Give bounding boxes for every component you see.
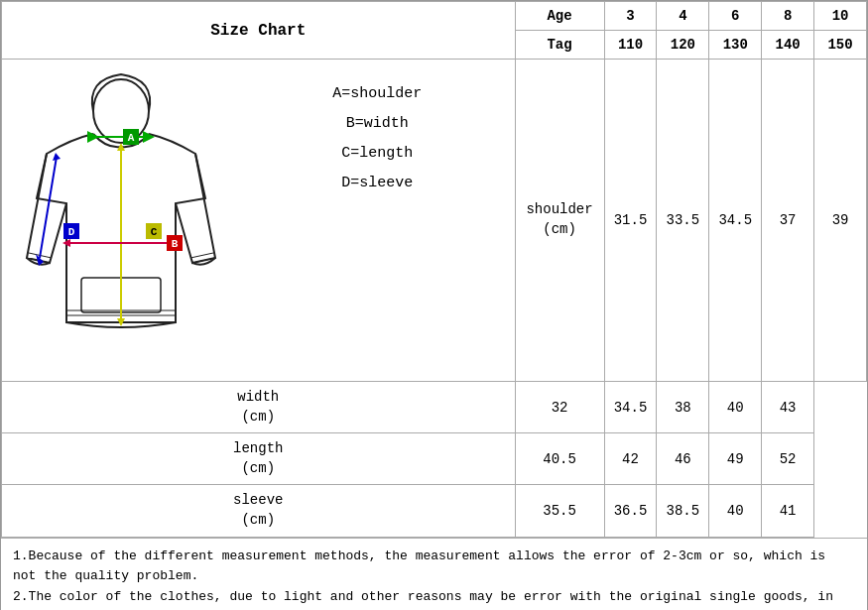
svg-point-0	[93, 79, 149, 143]
tag-140: 140	[762, 31, 814, 60]
note-1: 1.Because of the different measurement m…	[13, 547, 855, 588]
legend-item-1: B=width	[250, 109, 505, 139]
sleeve-3: 35.5	[515, 485, 604, 537]
svg-text:D: D	[68, 226, 75, 238]
age-8: 8	[762, 2, 814, 31]
notes-area: 1.Because of the different measurement m…	[1, 538, 867, 610]
title-text: Size Chart	[210, 22, 306, 40]
svg-text:B: B	[172, 238, 179, 250]
svg-text:C: C	[151, 226, 158, 238]
length-6: 46	[657, 433, 709, 485]
hoodie-diagram-cell: A C	[2, 60, 516, 382]
main-layout-table: Size Chart Age 3 4 6 8 10 Tag 110 120 13…	[1, 1, 867, 538]
hoodie-svg: A C	[12, 69, 230, 367]
tag-header: Tag	[515, 31, 604, 60]
sleeve-label: sleeve (cm)	[2, 485, 516, 537]
sleeve-6: 38.5	[657, 485, 709, 537]
age-4: 4	[657, 2, 709, 31]
note-2: 2.The color of the clothes, due to light…	[13, 587, 855, 610]
length-10: 52	[762, 433, 814, 485]
age-header: Age	[515, 2, 604, 31]
chart-title: Size Chart	[2, 2, 516, 60]
width-label: width (cm)	[2, 382, 516, 433]
age-10: 10	[814, 2, 867, 31]
svg-line-7	[190, 253, 213, 258]
width-10: 43	[762, 382, 814, 433]
length-8: 49	[709, 433, 762, 485]
shoulder-4: 33.5	[657, 60, 709, 382]
legend-item-2: C=length	[250, 139, 505, 169]
svg-text:A: A	[128, 132, 135, 144]
tag-110: 110	[604, 31, 657, 60]
length-3: 40.5	[515, 433, 604, 485]
legend-item-0: A=shoulder	[250, 79, 505, 109]
width-6: 38	[657, 382, 709, 433]
svg-marker-22	[53, 153, 61, 161]
length-label: length (cm)	[2, 433, 516, 485]
width-4: 34.5	[604, 382, 657, 433]
tag-120: 120	[657, 31, 709, 60]
shoulder-label: shoulder (cm)	[515, 60, 604, 382]
sleeve-4: 36.5	[604, 485, 657, 537]
sleeve-8: 40	[709, 485, 762, 537]
shoulder-8: 37	[762, 60, 814, 382]
hoodie-illustration: A C	[2, 60, 240, 381]
legend-item-3: D=sleeve	[250, 169, 505, 198]
shoulder-3: 31.5	[604, 60, 657, 382]
width-8: 40	[709, 382, 762, 433]
tag-130: 130	[709, 31, 762, 60]
width-3: 32	[515, 382, 604, 433]
legend-area: A=shoulder B=width C=length D=sleeve	[240, 60, 515, 208]
shoulder-10: 39	[814, 60, 867, 382]
length-4: 42	[604, 433, 657, 485]
sleeve-10: 41	[762, 485, 814, 537]
age-6: 6	[709, 2, 762, 31]
size-chart-container: Size Chart Age 3 4 6 8 10 Tag 110 120 13…	[0, 0, 868, 610]
tag-150: 150	[814, 31, 867, 60]
age-3: 3	[604, 2, 657, 31]
shoulder-6: 34.5	[709, 60, 762, 382]
